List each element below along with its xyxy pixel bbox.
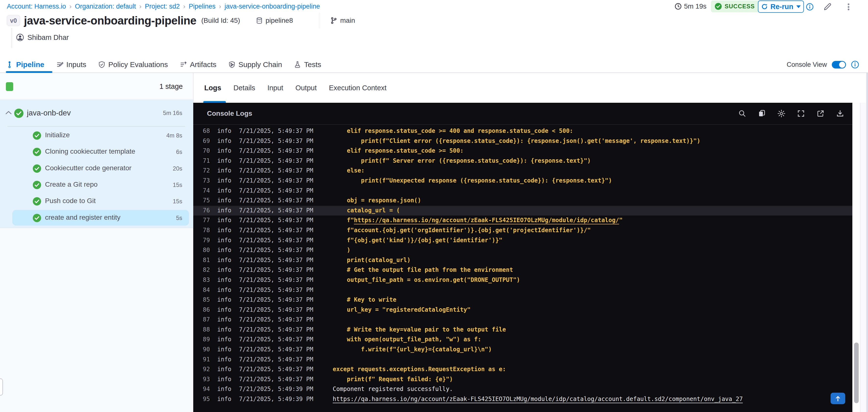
log-line: 82info7/21/2025, 5:49:37 PM # Get the ou… (193, 265, 852, 275)
supply-chain-icon (228, 61, 236, 68)
build-id: (Build Id: 45) (202, 17, 240, 25)
log-timestamp: 7/21/2025, 5:49:37 PM (239, 127, 313, 134)
step-item-create-a-git-repo[interactable]: Create a Git repo15s (0, 177, 193, 193)
step-item-create-and-register-entity[interactable]: create and register entity5s (12, 210, 189, 226)
tab-pipeline[interactable]: Pipeline (6, 60, 44, 69)
info-icon[interactable] (851, 60, 859, 69)
log-timestamp: 7/21/2025, 5:49:37 PM (239, 197, 313, 204)
log-timestamp: 7/21/2025, 5:49:37 PM (239, 187, 313, 194)
log-scrollbar-thumb[interactable] (854, 343, 859, 403)
breadcrumb-item[interactable]: Project: sd2 (145, 3, 180, 10)
log-text: except requests.exceptions.RequestExcept… (333, 366, 506, 373)
log-line: 68info7/21/2025, 5:49:37 PM elif respons… (193, 126, 852, 136)
tab-input[interactable]: Input (268, 84, 283, 92)
search-icon[interactable] (738, 109, 747, 118)
tab-tests[interactable]: Tests (294, 60, 321, 69)
log-level: info (217, 326, 231, 333)
browser-scrollbar[interactable] (866, 73, 868, 412)
log-text: print(f"Client error ({response.status_c… (333, 137, 701, 144)
breadcrumb-item[interactable]: Organization: default (75, 3, 136, 10)
log-text: # Get the output file path from the envi… (333, 266, 513, 273)
step-item-push-code-to-git[interactable]: Push code to Git15s (0, 193, 193, 209)
log-text: catalog_url = ( (333, 207, 400, 214)
step-detail-tabs: Logs Details Input Output Execution Cont… (193, 73, 860, 103)
success-check-icon (33, 181, 41, 189)
edit-pencil-icon[interactable] (823, 2, 832, 12)
log-timestamp: 7/21/2025, 5:49:37 PM (239, 356, 313, 363)
tab-inputs[interactable]: Inputs (56, 60, 86, 69)
step-item-initialize[interactable]: Initialize4m 8s (0, 127, 193, 143)
open-in-new-icon[interactable] (816, 109, 825, 118)
step-item-cloning-cookiecutter-template[interactable]: Cloning cookiecutter template6s (0, 144, 193, 160)
console-view-toggle[interactable] (832, 61, 846, 68)
tab-artifacts[interactable]: Artifacts (180, 60, 216, 69)
log-timestamp: 7/21/2025, 5:49:37 PM (239, 286, 313, 293)
log-timestamp: 7/21/2025, 5:49:37 PM (239, 296, 313, 303)
log-line: 93info7/21/2025, 5:49:37 PM print(f" Req… (193, 375, 852, 385)
log-text: ) (333, 247, 350, 253)
log-level: info (217, 137, 231, 144)
log-text: output_file_path = os.environ.get("DRONE… (333, 277, 520, 283)
breadcrumb-item[interactable]: Account: Harness.io (7, 3, 66, 10)
kebab-menu-icon[interactable] (843, 2, 853, 12)
log-text: f.write(f"{url_key}={catalog_url}\n") (333, 346, 492, 353)
step-label: Cloning cookiecutter template (45, 148, 135, 155)
log-text-segment: f" (333, 217, 354, 224)
tab-output[interactable]: Output (295, 84, 316, 92)
pipeline-ref-chip[interactable]: </> pipeline8 (256, 17, 293, 25)
console-logs-panel: Console Logs (193, 103, 860, 412)
log-line-number: 73 (198, 177, 210, 184)
git-branch-icon (330, 17, 337, 24)
tab-supply-chain[interactable]: Supply Chain (228, 60, 282, 69)
step-duration: 4m 8s (166, 132, 182, 139)
log-level: info (217, 286, 231, 293)
copy-icon[interactable] (757, 109, 766, 118)
log-text: https://qa.harness.io/ng/account/zEaak-F… (333, 395, 743, 403)
active-tab-underline (203, 101, 226, 103)
log-line: 94info7/21/2025, 5:49:39 PMComponent reg… (193, 384, 852, 394)
fullscreen-icon[interactable] (797, 109, 805, 118)
breadcrumb-item[interactable]: java-service-onboarding-pipeline (225, 3, 320, 10)
log-line-number: 91 (198, 356, 210, 363)
log-line-number: 84 (198, 286, 210, 293)
step-item-cookiecutter-code-generator[interactable]: Cookiecutter code generator20s (0, 160, 193, 176)
tab-logs[interactable]: Logs (204, 84, 221, 92)
log-line: 77info7/21/2025, 5:49:37 PM f"https://qa… (193, 216, 852, 226)
breadcrumb-item[interactable]: Pipelines (189, 3, 216, 10)
log-line: 80info7/21/2025, 5:49:37 PM ) (193, 245, 852, 255)
log-level: info (217, 197, 231, 204)
scroll-to-top-button[interactable] (831, 393, 845, 404)
log-line: 72info7/21/2025, 5:49:37 PM else: (193, 166, 852, 176)
log-timestamp: 7/21/2025, 5:49:37 PM (239, 336, 313, 343)
log-level: info (217, 306, 231, 313)
log-line-number: 83 (198, 277, 210, 283)
settings-gear-icon[interactable] (777, 109, 786, 118)
log-scrollbar-track[interactable] (852, 103, 860, 412)
log-line: 76info7/21/2025, 5:49:37 PM catalog_url … (193, 206, 852, 216)
log-level: info (217, 346, 231, 353)
log-line-number: 82 (198, 266, 210, 273)
step-duration: 6s (176, 149, 182, 155)
tab-policy-evaluations[interactable]: Policy Evaluations (98, 60, 168, 69)
log-timestamp: 7/21/2025, 5:49:39 PM (239, 386, 313, 392)
stage-row[interactable]: java-onb-dev 5m 16s (0, 104, 193, 122)
log-link[interactable]: https://qa.harness.io/ng/account/zEaak-F… (333, 395, 743, 403)
tab-execution-context[interactable]: Execution Context (329, 84, 386, 92)
tab-details[interactable]: Details (234, 84, 255, 92)
log-level: info (217, 366, 231, 373)
panel-resize-handle[interactable] (0, 379, 3, 395)
tab-label: Artifacts (190, 60, 216, 69)
harness-pipeline-execution-page: Account: Harness.io›Organization: defaul… (0, 0, 868, 412)
chevron-up-icon[interactable] (5, 110, 12, 115)
log-timestamp: 7/21/2025, 5:49:37 PM (239, 167, 313, 174)
log-link[interactable]: https://qa.harness.io/ng/account/zEaak-F… (354, 217, 619, 224)
step-duration: 15s (173, 182, 182, 188)
download-icon[interactable] (836, 109, 844, 118)
info-icon[interactable] (805, 2, 815, 12)
pipeline-ref-label: pipeline8 (266, 17, 293, 25)
branch-chip[interactable]: main (330, 17, 355, 25)
stage-duration: 5m 16s (163, 109, 182, 117)
rerun-button[interactable]: Re-run (758, 0, 804, 13)
log-text: elif response.status_code >= 400 and res… (333, 127, 573, 134)
log-level: info (217, 177, 231, 184)
